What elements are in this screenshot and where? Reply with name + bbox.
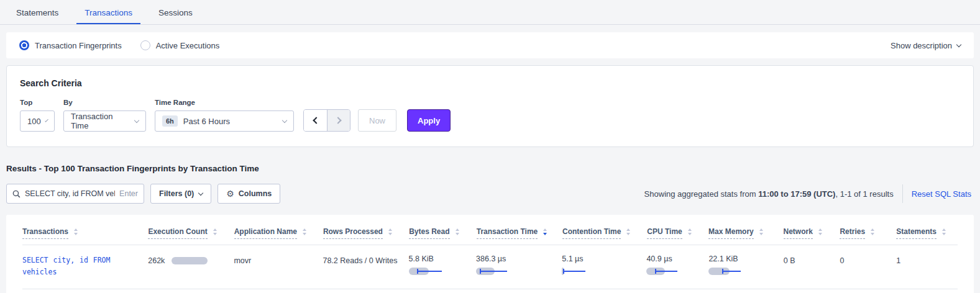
radio-selected-icon[interactable] xyxy=(19,40,29,50)
time-nav-group xyxy=(303,109,350,132)
sort-icon xyxy=(688,228,692,235)
tab-sessions[interactable]: Sessions xyxy=(145,0,206,24)
time-next-button[interactable] xyxy=(327,110,350,131)
results-table-card: Transactions Execution Count Application… xyxy=(6,215,974,293)
column-header-network[interactable]: Network xyxy=(784,227,840,239)
sort-icon xyxy=(942,228,946,235)
radio-unselected-icon[interactable] xyxy=(140,40,150,50)
chevron-down-icon xyxy=(956,42,961,47)
tab-statements[interactable]: Statements xyxy=(3,0,71,24)
aggregated-stats-text: Showing aggregated stats from 11:00 to 1… xyxy=(644,189,894,199)
column-header-retries[interactable]: Retries xyxy=(840,227,896,239)
cell-contention-time: 5.1 µs xyxy=(562,255,646,275)
filters-label: Filters (0) xyxy=(159,189,194,198)
chevron-down-icon xyxy=(45,119,48,122)
execution-count-value: 262k xyxy=(148,256,165,265)
columns-button[interactable]: ⚙ Columns xyxy=(218,184,280,204)
chevron-left-icon xyxy=(313,117,319,124)
sort-icon xyxy=(871,228,874,235)
cell-rows-processed: 78.2 Reads / 0 Writes xyxy=(323,255,408,265)
cell-transactions: SELECT city, id FROM vehicles xyxy=(22,255,148,278)
column-header-execution-count[interactable]: Execution Count xyxy=(148,227,234,239)
sort-icon xyxy=(626,228,630,235)
time-range-value: Past 6 Hours xyxy=(183,117,230,126)
cell-bytes-read: 5.8 KiB xyxy=(409,255,477,275)
sort-icon xyxy=(388,228,392,235)
top-select[interactable]: 100 xyxy=(20,110,55,132)
time-range-control: Time Range 6h Past 6 Hours xyxy=(155,99,294,132)
results-toolbar: Enter Filters (0) ⚙ Columns Showing aggr… xyxy=(6,184,974,204)
time-range-label: Time Range xyxy=(155,99,294,106)
stats-prefix: Showing aggregated stats from xyxy=(644,189,759,199)
cpu-time-bar xyxy=(646,268,708,275)
filters-button[interactable]: Filters (0) xyxy=(150,184,211,204)
column-header-cpu-time[interactable]: CPU Time xyxy=(647,227,708,239)
time-range-select[interactable]: 6h Past 6 Hours xyxy=(155,110,294,132)
transaction-fingerprint-link[interactable]: SELECT city, id FROM vehicles xyxy=(22,255,131,278)
search-input[interactable] xyxy=(25,189,115,198)
radio-label: Active Executions xyxy=(156,41,220,50)
column-header-transaction-time[interactable]: Transaction Time xyxy=(477,227,562,239)
show-description-toggle[interactable]: Show description xyxy=(891,41,961,50)
apply-button[interactable]: Apply xyxy=(407,109,451,132)
query-searchbox[interactable]: Enter xyxy=(6,184,144,204)
cell-execution-count: 262k xyxy=(148,255,234,265)
cell-application-name: movr xyxy=(234,255,323,265)
time-range-badge: 6h xyxy=(162,115,178,127)
bytes-read-value: 5.8 KiB xyxy=(409,255,477,263)
table-row: SELECT city, id FROM vehicles 262k movr … xyxy=(22,245,958,289)
stats-time-range: 11:00 to 17:59 (UTC) xyxy=(758,189,835,199)
column-header-application-name[interactable]: Application Name xyxy=(234,227,323,239)
by-select[interactable]: Transaction Time xyxy=(63,110,146,132)
transaction-time-value: 386.3 µs xyxy=(476,255,562,263)
chevron-down-icon xyxy=(282,117,287,122)
now-button[interactable]: Now xyxy=(358,109,396,132)
tab-transactions[interactable]: Transactions xyxy=(71,0,145,24)
max-memory-bar xyxy=(708,268,771,275)
view-toggle-group: Transaction Fingerprints Active Executio… xyxy=(19,40,219,50)
sort-icon xyxy=(303,228,306,235)
column-header-max-memory[interactable]: Max Memory xyxy=(708,227,783,239)
bytes-read-bar xyxy=(409,268,471,275)
search-criteria-title: Search Criteria xyxy=(20,78,960,88)
search-enter-button[interactable]: Enter xyxy=(119,189,138,198)
search-criteria-card: Search Criteria Top 100 By Transaction T… xyxy=(6,65,974,147)
cell-max-memory: 22.1 KiB xyxy=(708,255,783,275)
column-header-bytes-read[interactable]: Bytes Read xyxy=(409,227,477,239)
view-toggle-row: Transaction Fingerprints Active Executio… xyxy=(6,32,974,58)
top-label: Top xyxy=(20,99,63,106)
execution-count-bar xyxy=(172,257,208,264)
column-header-statements[interactable]: Statements xyxy=(896,227,958,239)
sql-activity-tabbar: Statements Transactions Sessions xyxy=(0,0,980,25)
by-label: By xyxy=(63,99,155,106)
contention-time-value: 5.1 µs xyxy=(562,255,646,263)
radio-active-executions[interactable]: Active Executions xyxy=(140,40,220,50)
column-header-rows-processed[interactable]: Rows Processed xyxy=(323,227,409,239)
reset-sql-stats-link[interactable]: Reset SQL Stats xyxy=(912,189,971,199)
radio-label: Transaction Fingerprints xyxy=(35,41,122,50)
cell-network: 0 B xyxy=(784,255,840,265)
results-title: Results - Top 100 Transaction Fingerprin… xyxy=(6,164,974,173)
by-select-value: Transaction Time xyxy=(71,112,130,130)
cpu-time-value: 40.9 µs xyxy=(646,255,708,263)
time-range-content: 6h Past 6 Hours xyxy=(162,115,230,127)
vertical-divider xyxy=(902,184,903,203)
by-control: By Transaction Time xyxy=(63,99,155,132)
sort-icon xyxy=(818,228,822,235)
chevron-down-icon xyxy=(198,190,203,195)
column-header-transactions[interactable]: Transactions xyxy=(22,227,148,239)
chevron-down-icon xyxy=(134,117,139,122)
chevron-right-icon xyxy=(334,117,341,124)
table-header-row: Transactions Execution Count Application… xyxy=(22,222,958,245)
cell-retries: 0 xyxy=(840,255,897,265)
radio-transaction-fingerprints[interactable]: Transaction Fingerprints xyxy=(19,40,122,50)
search-icon xyxy=(12,190,21,198)
sort-icon xyxy=(213,228,217,235)
transaction-time-bar xyxy=(476,268,538,275)
columns-label: Columns xyxy=(239,189,272,198)
cell-statements: 1 xyxy=(896,255,958,265)
contention-time-bar xyxy=(562,268,624,275)
time-prev-button[interactable] xyxy=(304,110,327,131)
column-header-contention-time[interactable]: Contention Time xyxy=(562,227,647,239)
cell-transaction-time: 386.3 µs xyxy=(476,255,562,275)
